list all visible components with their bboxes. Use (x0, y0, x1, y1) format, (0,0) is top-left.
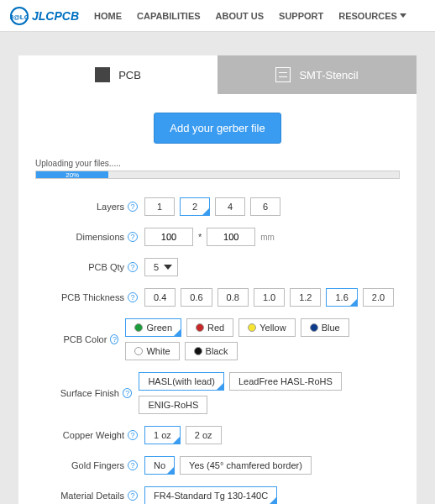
upload-progress-fill: 20% (36, 171, 108, 178)
color-option-label: Black (206, 346, 228, 356)
tab-smt-stencil[interactable]: SMT-Stencil (218, 55, 417, 94)
panel: Add your gerber file Uploading your file… (18, 94, 417, 504)
chevron-down-icon (164, 265, 172, 270)
copper-weight-option[interactable]: 1 oz (144, 426, 181, 444)
color-option-label: Yellow (259, 323, 286, 333)
color-swatch-icon (194, 347, 202, 355)
svg-text:J@LC: J@LC (10, 13, 29, 21)
help-icon[interactable]: ? (128, 460, 138, 470)
color-swatch-icon (248, 323, 256, 332)
thickness-option[interactable]: 1.6 (326, 288, 357, 307)
color-option-blue[interactable]: Blue (301, 318, 349, 337)
color-options: GreenRedYellowBlueWhiteBlack (125, 318, 400, 360)
dimensions-width-input[interactable] (144, 228, 193, 246)
thickness-option[interactable]: 1.2 (290, 288, 321, 307)
upload-progress-bar: 20% (35, 171, 400, 179)
logo[interactable]: J@LC JLCPCB (10, 7, 79, 25)
color-swatch-icon (196, 323, 204, 332)
logo-text: JLCPCB (32, 9, 79, 23)
gold-fingers-option[interactable]: No (144, 456, 175, 475)
color-option-yellow[interactable]: Yellow (238, 318, 295, 337)
dimensions-label: Dimensions (35, 232, 128, 242)
surface-finish-option[interactable]: ENIG-RoHS (139, 396, 207, 414)
color-option-black[interactable]: Black (185, 342, 238, 360)
nav-capabilities[interactable]: CAPABILITIES (137, 11, 201, 21)
gold-fingers-label: Gold Fingers (35, 460, 128, 470)
dimensions-unit: mm (260, 233, 275, 242)
layers-option-4[interactable]: 4 (215, 197, 245, 216)
copper-weight-option[interactable]: 2 oz (186, 426, 222, 444)
help-icon[interactable]: ? (128, 292, 138, 302)
thickness-option[interactable]: 0.8 (218, 288, 249, 307)
chevron-down-icon (400, 13, 406, 18)
nav-home[interactable]: HOME (94, 11, 122, 21)
material-details-label: Material Details (35, 491, 128, 501)
help-icon[interactable]: ? (128, 262, 138, 272)
color-option-label: White (146, 346, 170, 356)
color-option-red[interactable]: Red (186, 318, 233, 337)
color-option-label: Red (207, 323, 224, 333)
layers-option-1[interactable]: 1 (144, 197, 175, 216)
header: J@LC JLCPCB HOME CAPABILITIES ABOUT US S… (0, 0, 435, 32)
help-icon[interactable]: ? (128, 491, 138, 501)
help-icon[interactable]: ? (128, 430, 138, 440)
color-option-label: Blue (322, 323, 340, 333)
color-option-green[interactable]: Green (125, 318, 181, 337)
thickness-label: PCB Thickness (35, 292, 128, 302)
dimensions-height-input[interactable] (207, 228, 255, 246)
color-label: PCB Color (35, 334, 110, 344)
surface-finish-label: Surface Finish (35, 388, 123, 398)
pcb-qty-value: 5 (154, 262, 159, 272)
color-option-white[interactable]: White (125, 342, 179, 360)
color-swatch-icon (134, 323, 143, 332)
gold-fingers-option[interactable]: Yes (45° chamfered border) (180, 456, 312, 475)
surface-finish-option[interactable]: HASL(with lead) (139, 372, 223, 391)
thickness-option[interactable]: 0.6 (181, 288, 212, 307)
logo-icon: J@LC (10, 7, 29, 25)
tab-pcb-label: PCB (118, 69, 141, 81)
thickness-option[interactable]: 2.0 (363, 288, 394, 307)
help-icon[interactable]: ? (110, 334, 118, 344)
dimensions-by: * (198, 232, 202, 242)
nav-resources[interactable]: RESOURCES (338, 11, 406, 21)
stencil-icon (275, 67, 291, 82)
nav-support[interactable]: SUPPORT (279, 11, 323, 21)
help-icon[interactable]: ? (128, 232, 138, 242)
help-icon[interactable]: ? (128, 202, 138, 212)
color-swatch-icon (310, 323, 318, 332)
upload-status-label: Uploading your files..... (35, 159, 400, 168)
material-details-option[interactable]: FR4-Standard Tg 130-140C (144, 486, 277, 504)
layers-option-6[interactable]: 6 (250, 197, 280, 216)
help-icon[interactable]: ? (123, 388, 132, 398)
pcb-qty-label: PCB Qty (35, 262, 128, 272)
nav-about-us[interactable]: ABOUT US (216, 11, 264, 21)
layers-label: Layers (35, 202, 128, 212)
color-swatch-icon (134, 347, 143, 355)
thickness-option[interactable]: 0.4 (144, 288, 176, 307)
nav: HOME CAPABILITIES ABOUT US SUPPORT RESOU… (94, 11, 406, 21)
tab-pcb[interactable]: PCB (18, 55, 218, 94)
layers-options: 1 2 4 6 (144, 197, 280, 216)
copper-weight-label: Copper Weight (35, 430, 128, 440)
nav-resources-label: RESOURCES (338, 11, 397, 21)
pcb-qty-select[interactable]: 5 (144, 258, 178, 276)
tabs: PCB SMT-Stencil (18, 55, 417, 94)
color-option-label: Green (146, 323, 172, 333)
add-gerber-button[interactable]: Add your gerber file (154, 113, 280, 144)
layers-option-2[interactable]: 2 (180, 197, 210, 216)
surface-finish-option[interactable]: LeadFree HASL-RoHS (229, 372, 342, 391)
thickness-option[interactable]: 1.0 (254, 288, 285, 307)
tab-stencil-label: SMT-Stencil (299, 69, 358, 81)
pcb-icon (95, 67, 110, 82)
